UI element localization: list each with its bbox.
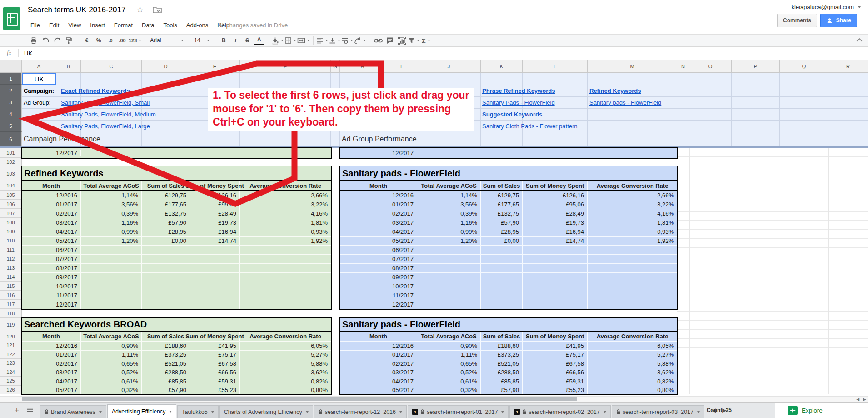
table-cell[interactable] — [481, 273, 523, 282]
explore-button[interactable]: Explore — [775, 403, 868, 418]
table-row[interactable]: 04/20170,61%£85,85£59,310,82% — [22, 377, 331, 386]
table-cell[interactable]: 5,27% — [240, 351, 331, 359]
increase-decimals-button[interactable]: .00 — [117, 35, 128, 45]
tab-menu-caret-icon[interactable] — [399, 411, 402, 413]
tab-menu-caret-icon[interactable] — [306, 411, 309, 413]
table-cell[interactable] — [81, 273, 142, 282]
table-cell[interactable]: 1,11% — [81, 351, 142, 359]
table-cell[interactable]: 0,93% — [588, 227, 677, 236]
table-cell[interactable]: 1,92% — [588, 237, 677, 245]
menu-insert[interactable]: Insert — [86, 21, 109, 30]
table-cell[interactable] — [240, 246, 331, 254]
table-row[interactable]: 03/20170,52%£288,50£66,563,62% — [22, 368, 331, 377]
table-cell[interactable]: 0,61% — [417, 377, 481, 386]
table-cell[interactable]: 1,14% — [417, 191, 481, 200]
table-row[interactable]: 12/20160,90%£188,60£41,956,05% — [22, 341, 331, 350]
table-cell[interactable]: £28,49 — [523, 209, 588, 218]
all-sheets-button[interactable] — [24, 408, 35, 413]
table-cell[interactable]: 07/2017 — [340, 255, 417, 263]
table-cell[interactable]: £19,73 — [523, 218, 588, 227]
share-button[interactable]: Share — [820, 14, 857, 27]
text-rotation-button[interactable] — [354, 35, 366, 45]
tab-menu-caret-icon[interactable] — [501, 411, 504, 413]
table-cell[interactable]: 0,82% — [588, 377, 677, 386]
table-cell[interactable]: 6,05% — [588, 342, 677, 350]
table-row[interactable]: 05/20171,20%£0,00£14,741,92% — [340, 236, 677, 245]
formula-bar[interactable]: fx UK — [0, 47, 868, 60]
table-cell[interactable]: £0,00 — [142, 237, 190, 245]
table-cell[interactable]: 4,16% — [588, 209, 677, 218]
table-cell[interactable]: 12/2017 — [340, 300, 417, 309]
table-cell[interactable]: 12/2017 — [22, 300, 81, 309]
bold-button[interactable]: B — [218, 35, 229, 45]
table-cell[interactable]: 04/2017 — [22, 377, 81, 386]
table-cell[interactable]: 09/2017 — [340, 273, 417, 282]
row-header-113[interactable]: 113 — [0, 263, 22, 272]
table-cell[interactable]: 2,66% — [240, 191, 331, 200]
row-header-6[interactable]: 6 — [0, 132, 22, 146]
table-cell[interactable] — [142, 291, 190, 300]
table-cell[interactable]: 2,66% — [588, 191, 677, 200]
table-cell[interactable]: 10/2017 — [340, 282, 417, 291]
table-row[interactable]: 07/2017 — [340, 254, 677, 263]
table-cell[interactable]: 0,39% — [81, 209, 142, 218]
link-sanitary-pads-small[interactable]: Sanitary Pads, FlowerField, Small — [61, 99, 150, 106]
menu-view[interactable]: View — [64, 21, 85, 30]
table-row[interactable]: 01/20171,11%£373,25£75,175,27% — [340, 350, 677, 359]
table-cell[interactable] — [240, 273, 331, 282]
table-cell[interactable]: 01/2017 — [22, 200, 81, 209]
row-header-121[interactable]: 121 — [0, 341, 22, 350]
table-row[interactable]: 02/20170,65%£521,05£67,585,88% — [340, 359, 677, 368]
table-cell[interactable]: £75,17 — [190, 351, 240, 359]
row-header-103[interactable]: 103 — [0, 166, 22, 181]
sheet-tab-search-term-report-03-2017[interactable]: search-term-report-03_2017 — [612, 405, 704, 418]
table-cell[interactable]: 1,81% — [588, 218, 677, 227]
table-cell[interactable]: 09/2017 — [22, 273, 81, 282]
table-cell[interactable]: 01/2017 — [22, 351, 81, 359]
table-row[interactable]: 10/2017 — [22, 282, 331, 291]
table-cell[interactable]: 4,16% — [240, 209, 331, 218]
table-row[interactable]: 10/2017 — [340, 282, 677, 291]
table-cell[interactable]: £16,94 — [523, 227, 588, 236]
row-header-108[interactable]: 108 — [0, 218, 22, 227]
table-cell[interactable]: 1,20% — [81, 237, 142, 245]
tab-menu-caret-icon[interactable] — [99, 411, 102, 413]
table-cell[interactable]: £75,17 — [523, 351, 588, 359]
table-cell[interactable] — [588, 246, 677, 254]
row-header-125[interactable]: 125 — [0, 377, 22, 386]
table-cell[interactable] — [142, 255, 190, 263]
select-all-corner[interactable] — [0, 60, 22, 73]
sheets-logo[interactable] — [3, 7, 20, 30]
table-cell[interactable] — [588, 282, 677, 291]
functions-button[interactable]: Σ — [420, 35, 431, 45]
table-cell[interactable]: £521,05 — [142, 359, 190, 368]
table-cell[interactable]: £16,94 — [190, 227, 240, 236]
table-cell[interactable]: 0,80% — [240, 386, 331, 395]
table-cell[interactable] — [81, 300, 142, 309]
table-cell[interactable]: 02/2017 — [340, 209, 417, 218]
table-cell[interactable] — [190, 282, 240, 291]
table-row[interactable]: 05/20170,32%£57,90£55,230,80% — [340, 386, 677, 395]
column-header-c[interactable]: C — [81, 60, 142, 73]
table-cell[interactable] — [523, 291, 588, 300]
currency-format-button[interactable]: € — [81, 35, 92, 45]
table-cell[interactable]: 01/2017 — [340, 200, 417, 209]
link-suggested-keywords[interactable]: Suggested Keywords — [482, 111, 542, 118]
table-row[interactable]: 05/20170,32%£57,90£55,230,80% — [22, 386, 331, 395]
menu-format[interactable]: Format — [110, 21, 137, 30]
table-cell[interactable] — [523, 273, 588, 282]
row-header-107[interactable]: 107 — [0, 209, 22, 218]
add-sheet-button[interactable]: + — [10, 406, 24, 415]
table-cell[interactable] — [523, 246, 588, 254]
table-cell[interactable]: £67,58 — [190, 359, 240, 368]
row-header-126[interactable]: 126 — [0, 386, 22, 395]
table-cell[interactable] — [481, 291, 523, 300]
sheet-tab-charts-of-advertising-efficiency[interactable]: Charts of Advertising Efficiency — [219, 405, 313, 418]
table-cell[interactable]: 1,11% — [417, 351, 481, 359]
table-cell[interactable]: 05/2017 — [22, 237, 81, 245]
table-cell[interactable]: £129,75 — [142, 191, 190, 200]
table-cell[interactable] — [142, 264, 190, 272]
table-cell[interactable]: £177,65 — [481, 200, 523, 209]
table-cell[interactable]: £177,65 — [142, 200, 190, 209]
table-cell[interactable] — [240, 291, 331, 300]
